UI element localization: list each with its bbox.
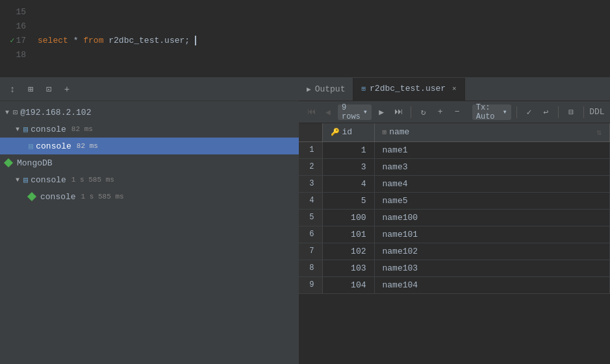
ddl-button[interactable]: DDL [589, 104, 605, 120]
tree-item-console1[interactable]: ▼ ▤ console 82 ms [0, 121, 299, 138]
table-row[interactable]: 9 104 name104 [299, 276, 610, 293]
sql-table: r2dbc_test.user; [108, 36, 190, 45]
row-number: 5 [299, 209, 322, 226]
line-18: 18 [0, 48, 26, 62]
ip-label: @192.168.2.102 [20, 108, 91, 117]
add-row-button[interactable]: + [433, 104, 448, 120]
id-cell: 103 [322, 260, 374, 276]
name-cell: name100 [374, 209, 610, 226]
editor-line-17: select * from r2dbc_test.user; [32, 34, 610, 48]
row-number: 6 [299, 226, 322, 243]
table-row[interactable]: 3 4 name4 [299, 175, 610, 192]
mongo-leaf-icon [27, 192, 36, 201]
name-cell: name103 [374, 260, 610, 276]
table-row[interactable]: 8 103 name103 [299, 260, 610, 276]
row-number: 2 [299, 158, 322, 175]
last-page-button[interactable]: ⏭ [391, 104, 405, 120]
console2-child-label: console [40, 192, 76, 202]
console2-label: console [31, 175, 66, 185]
console-icon: ▤ [23, 175, 28, 185]
editor-line-18 [32, 48, 610, 62]
tx-chevron-icon: ▾ [502, 107, 507, 117]
right-panel: ▶ Output ⊞ r2dbc_test.user × ⏮ ◀ 9 rows … [299, 78, 610, 364]
name-col-label: name [389, 127, 409, 137]
tab-output[interactable]: ▶ Output [299, 78, 353, 101]
tab-table[interactable]: ⊞ r2dbc_test.user × [353, 78, 464, 101]
tree-item-mongodb[interactable]: MongoDB [0, 154, 299, 171]
output-tab-icon: ▶ [307, 85, 311, 93]
rows-count-label: 9 rows [342, 103, 361, 121]
toolbar-separator-2 [516, 106, 517, 118]
verify-button[interactable]: ✓ [522, 104, 536, 120]
tx-selector[interactable]: Tx: Auto ▾ [472, 104, 511, 120]
console1-child-label: console [36, 141, 71, 151]
prev-page-button[interactable]: ◀ [321, 104, 335, 120]
remove-row-button[interactable]: − [450, 104, 464, 120]
table-row[interactable]: 1 1 name1 [299, 141, 610, 158]
name-cell: name101 [374, 226, 610, 243]
tab-close-button[interactable]: × [452, 85, 457, 93]
name-cell: name102 [374, 243, 610, 260]
results-container[interactable]: 🔑 id ⊞ name ⇅ [299, 123, 610, 364]
key-icon: 🔑 [331, 128, 340, 136]
arrow-icon: ▼ [16, 126, 19, 133]
mongo-icon [4, 158, 13, 167]
id-cell: 102 [322, 243, 374, 260]
arrow-icon: ▼ [5, 109, 9, 116]
sql-keyword-select: select [38, 36, 68, 45]
results-toolbar: ⏮ ◀ 9 rows ▾ ▶ ⏭ ↻ + − Tx: Auto ▾ ✓ ↩ ⊟ … [299, 101, 610, 123]
tree-item-console1-child[interactable]: ▤ console 82 ms [0, 138, 299, 154]
tree-item-ip[interactable]: ▼ ⊡ @192.168.2.102 [0, 104, 299, 121]
sidebar-toolbar: ↕ ⊞ ⊡ + [0, 78, 299, 101]
table-row[interactable]: 5 100 name100 [299, 209, 610, 226]
id-cell: 101 [322, 226, 374, 243]
table-tab-icon: ⊞ [361, 84, 366, 93]
id-cell: 100 [322, 209, 374, 226]
name-cell: name5 [374, 192, 610, 209]
editor-content[interactable]: select * from r2dbc_test.user; [32, 0, 610, 77]
sql-keyword-from: from [83, 36, 103, 45]
refresh-button[interactable]: ↻ [416, 104, 431, 120]
first-page-button[interactable]: ⏮ [304, 104, 318, 120]
tree-item-console2[interactable]: ▼ ▤ console 1 s 585 ms [0, 171, 299, 188]
tree-item-console2-child[interactable]: console 1 s 585 ms [0, 188, 299, 205]
results-table: 🔑 id ⊞ name ⇅ [299, 123, 610, 294]
toolbar-separator-4 [583, 106, 584, 118]
table-row[interactable]: 6 101 name101 [299, 226, 610, 243]
col-type-icon: ⊞ [383, 128, 387, 136]
table-row[interactable]: 7 102 name102 [299, 243, 610, 260]
rows-selector[interactable]: 9 rows ▾ [338, 104, 372, 120]
sql-star: * [73, 36, 84, 45]
id-cell: 5 [322, 192, 374, 209]
console1-child-time: 82 ms [77, 142, 98, 150]
line-15: 15 [0, 5, 26, 19]
toolbar-separator-1 [411, 106, 411, 118]
tx-label: Tx: Auto [476, 103, 500, 121]
tab-bar: ▶ Output ⊞ r2dbc_test.user × [299, 78, 610, 101]
connection-icon: ⊡ [13, 108, 18, 117]
filter-button[interactable]: ⊡ [42, 82, 56, 97]
line-16: 16 [0, 19, 26, 34]
grid-button[interactable]: ⊞ [23, 82, 38, 97]
editor-line-16 [32, 19, 610, 34]
sort-button[interactable]: ↕ [5, 82, 19, 97]
console2-child-time: 1 s 585 ms [81, 193, 124, 200]
arrow-icon: ▼ [16, 176, 19, 184]
console1-time: 82 ms [71, 125, 93, 133]
id-cell: 104 [322, 276, 374, 293]
name-cell: name4 [374, 175, 610, 192]
row-number: 7 [299, 243, 322, 260]
id-column-header: 🔑 id [322, 123, 374, 141]
next-page-button[interactable]: ▶ [374, 104, 388, 120]
line-17: ✓17 [0, 34, 26, 48]
line-numbers: 15 16 ✓17 18 [0, 0, 32, 77]
layout-button[interactable]: ⊟ [564, 104, 578, 120]
output-tab-label: Output [315, 84, 346, 94]
revert-button[interactable]: ↩ [539, 104, 553, 120]
row-number: 3 [299, 175, 322, 192]
add-connection-button[interactable]: + [60, 82, 74, 97]
row-number: 9 [299, 276, 322, 293]
table-row[interactable]: 2 3 name3 [299, 158, 610, 175]
name-cell: name104 [374, 276, 610, 293]
table-row[interactable]: 4 5 name5 [299, 192, 610, 209]
